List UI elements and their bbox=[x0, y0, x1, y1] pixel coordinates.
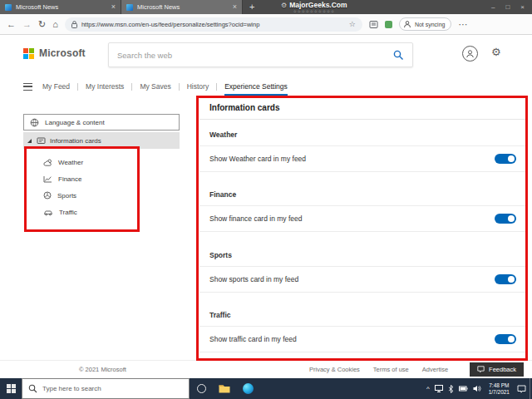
feedback-button[interactable]: Feedback bbox=[470, 362, 524, 377]
section-heading: Weather bbox=[200, 120, 526, 146]
msn-nav: My Feed My Interests My Saves History Ex… bbox=[23, 79, 288, 94]
favorite-star-icon[interactable]: ☆ bbox=[349, 20, 356, 28]
microsoft-brand-text: Microsoft bbox=[39, 47, 86, 59]
taskbar-search-box[interactable] bbox=[22, 378, 190, 399]
home-icon[interactable]: ⌂ bbox=[52, 20, 58, 29]
collections-icon[interactable] bbox=[369, 20, 378, 29]
sidebar-subitems: Weather Finance Sports bbox=[23, 154, 180, 220]
nav-separator bbox=[216, 83, 217, 91]
watermark-stars: ☆☆☆☆☆☆☆☆☆☆ bbox=[293, 9, 335, 13]
page-footer: © 2021 Microsoft Privacy & Cookies Terms… bbox=[0, 360, 532, 378]
web-search-input[interactable] bbox=[117, 51, 393, 60]
search-icon bbox=[28, 384, 37, 393]
sidebar-item-language-content[interactable]: Language & content bbox=[23, 114, 180, 131]
toggle-label: Show Weather card in my feed bbox=[209, 155, 306, 163]
not-syncing-label: Not syncing bbox=[415, 22, 446, 27]
tray-chevron-icon[interactable]: ^ bbox=[426, 386, 430, 392]
watermark-title: MajorGeeks.Com bbox=[289, 1, 347, 9]
link-terms-of-use[interactable]: Terms of use bbox=[373, 366, 409, 373]
sidebar-item-weather[interactable]: Weather bbox=[23, 154, 180, 170]
tab-close-icon[interactable]: × bbox=[233, 3, 237, 11]
action-center-icon[interactable] bbox=[517, 385, 526, 393]
more-menu-icon[interactable]: ⋯ bbox=[458, 20, 467, 29]
settings-sections: Weather Show Weather card in my feed Fin… bbox=[200, 120, 526, 360]
panel-title: Information cards bbox=[200, 97, 526, 120]
toggle-label: Show finance card in my feed bbox=[209, 214, 303, 223]
maximize-button[interactable]: □ bbox=[505, 3, 510, 11]
globe-icon bbox=[30, 118, 39, 127]
settings-gear-icon[interactable]: ⚙ bbox=[491, 47, 501, 57]
refresh-icon[interactable]: ↻ bbox=[38, 20, 46, 29]
section-heading: Traffic bbox=[200, 300, 526, 327]
footer-links: Privacy & Cookies Terms of use Advertise bbox=[309, 366, 448, 373]
taskbar-search-input[interactable] bbox=[42, 385, 183, 392]
file-explorer-button[interactable] bbox=[213, 378, 236, 399]
start-button[interactable] bbox=[0, 378, 22, 399]
toggle-label: Show traffic card in my feed bbox=[209, 335, 297, 343]
link-privacy-cookies[interactable]: Privacy & Cookies bbox=[309, 366, 360, 373]
weather-toggle[interactable] bbox=[495, 154, 516, 164]
new-tab-button[interactable]: + bbox=[243, 0, 261, 14]
minimize-button[interactable]: – bbox=[491, 3, 495, 11]
browser-tab-2[interactable]: Microsoft News × bbox=[121, 0, 243, 14]
nav-separator bbox=[179, 83, 180, 91]
sidebar-subitem-label: Sports bbox=[57, 192, 76, 200]
toggle-row: Show finance card in my feed bbox=[200, 206, 526, 232]
windows-taskbar: ^ 7:48 PM 1/7/2021 bbox=[0, 378, 532, 399]
menu-icon[interactable] bbox=[23, 83, 32, 91]
section-heading: Finance bbox=[200, 180, 526, 206]
site-favicon bbox=[126, 4, 133, 11]
finance-toggle[interactable] bbox=[495, 214, 516, 224]
toggle-row: Show traffic card in my feed bbox=[200, 327, 526, 352]
taskbar-spacer bbox=[259, 378, 426, 399]
sidebar-item-label: Language & content bbox=[45, 119, 105, 126]
toggle-row: Show Weather card in my feed bbox=[200, 146, 526, 172]
nav-my-feed[interactable]: My Feed bbox=[42, 79, 70, 94]
volume-icon[interactable] bbox=[473, 385, 481, 392]
information-cards-panel: Information cards Weather Show Weather c… bbox=[200, 97, 526, 360]
account-button[interactable] bbox=[462, 46, 478, 62]
browser-toolbar: ← → ↻ ⌂ https://www.msn.com/en-us/feed/p… bbox=[0, 14, 532, 35]
extension-icon[interactable] bbox=[385, 21, 392, 28]
clock-time: 7:48 PM bbox=[489, 382, 509, 389]
sports-toggle[interactable] bbox=[495, 274, 516, 284]
link-advertise[interactable]: Advertise bbox=[422, 366, 448, 373]
weather-section: Weather Show Weather card in my feed bbox=[200, 120, 526, 180]
address-bar[interactable]: https://www.msn.com/en-us/feed/personali… bbox=[65, 17, 362, 32]
sports-section: Sports Show sports card in my feed bbox=[200, 240, 526, 300]
section-heading: Sports bbox=[200, 240, 526, 267]
windows-logo-icon bbox=[7, 384, 16, 393]
sidebar-item-sports[interactable]: Sports bbox=[23, 187, 180, 204]
sidebar-item-finance[interactable]: Finance bbox=[23, 170, 180, 187]
nav-experience-settings[interactable]: Experience Settings bbox=[224, 79, 288, 94]
browser-tab-1[interactable]: Microsoft News × bbox=[0, 0, 121, 14]
nav-history[interactable]: History bbox=[187, 79, 209, 94]
sidebar-item-label: Information cards bbox=[50, 137, 101, 145]
cortana-icon bbox=[197, 384, 206, 393]
bluetooth-icon[interactable] bbox=[448, 385, 454, 393]
back-icon[interactable]: ← bbox=[7, 20, 16, 29]
battery-icon[interactable] bbox=[459, 386, 468, 392]
system-tray: ^ 7:48 PM 1/7/2021 bbox=[426, 378, 530, 399]
pc-icon[interactable] bbox=[435, 385, 443, 392]
not-syncing-button[interactable]: Not syncing bbox=[399, 17, 452, 31]
sidebar-subitem-label: Finance bbox=[58, 175, 81, 183]
nav-my-saves[interactable]: My Saves bbox=[140, 79, 170, 94]
microsoft-logo[interactable]: Microsoft bbox=[23, 47, 86, 59]
tab-title: Microsoft News bbox=[16, 3, 107, 11]
cortana-button[interactable] bbox=[190, 378, 213, 399]
tab-close-icon[interactable]: × bbox=[111, 3, 116, 11]
tab-title: Microsoft News bbox=[137, 3, 229, 11]
sidebar-subitem-label: Traffic bbox=[59, 209, 77, 216]
taskbar-clock[interactable]: 7:48 PM 1/7/2021 bbox=[486, 382, 512, 396]
forward-icon[interactable]: → bbox=[22, 20, 32, 29]
weather-icon bbox=[43, 159, 52, 166]
close-button[interactable]: × bbox=[520, 3, 525, 11]
search-icon[interactable] bbox=[393, 50, 404, 61]
sidebar-item-traffic[interactable]: Traffic bbox=[23, 204, 180, 220]
sidebar-item-information-cards[interactable]: Information cards bbox=[23, 132, 180, 149]
msn-settings-page: Microsoft ⚙ My Feed My Interests My Save… bbox=[0, 35, 532, 378]
edge-button[interactable] bbox=[236, 378, 259, 399]
nav-my-interests[interactable]: My Interests bbox=[86, 79, 124, 94]
traffic-toggle[interactable] bbox=[495, 334, 516, 344]
